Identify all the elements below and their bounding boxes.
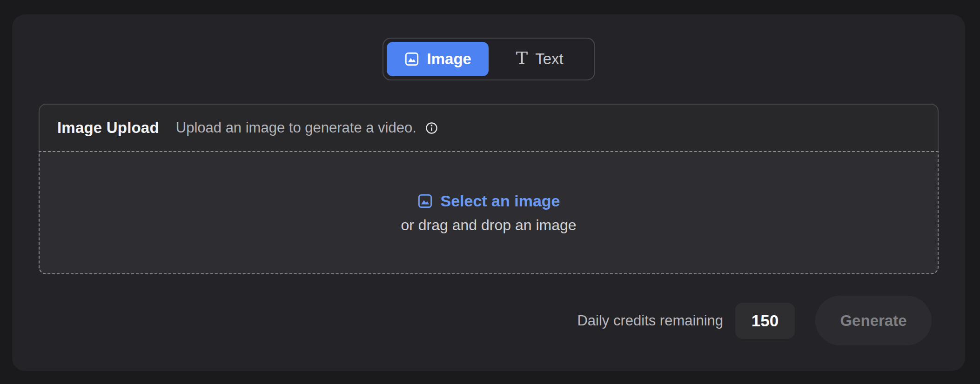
upload-title: Image Upload bbox=[57, 119, 159, 137]
image-dropzone[interactable]: Select an image or drag and drop an imag… bbox=[39, 151, 939, 274]
info-icon[interactable] bbox=[425, 121, 438, 135]
mode-toggle: Image T Text bbox=[383, 38, 595, 80]
generate-button[interactable]: Generate bbox=[815, 296, 932, 345]
credits-value-badge: 150 bbox=[735, 303, 795, 339]
image-icon bbox=[404, 51, 420, 67]
select-image-button[interactable]: Select an image bbox=[417, 192, 560, 210]
tab-text[interactable]: T Text bbox=[489, 42, 591, 76]
footer-row: Daily credits remaining 150 Generate bbox=[39, 296, 939, 345]
image-icon bbox=[417, 193, 433, 209]
drag-drop-hint: or drag and drop an image bbox=[401, 217, 576, 234]
image-upload-card: Image Upload Upload an image to generate… bbox=[39, 104, 939, 274]
upload-card-header: Image Upload Upload an image to generate… bbox=[40, 105, 938, 151]
upload-subtitle: Upload an image to generate a video. bbox=[176, 119, 416, 136]
select-image-label: Select an image bbox=[440, 192, 560, 210]
tab-image-label: Image bbox=[427, 50, 471, 68]
tab-image[interactable]: Image bbox=[387, 42, 489, 76]
text-icon: T bbox=[516, 49, 528, 67]
daily-credits-label: Daily credits remaining bbox=[577, 312, 723, 329]
video-generator-panel: Image T Text Image Upload Upload an imag… bbox=[12, 14, 965, 371]
tab-text-label: Text bbox=[535, 50, 564, 68]
